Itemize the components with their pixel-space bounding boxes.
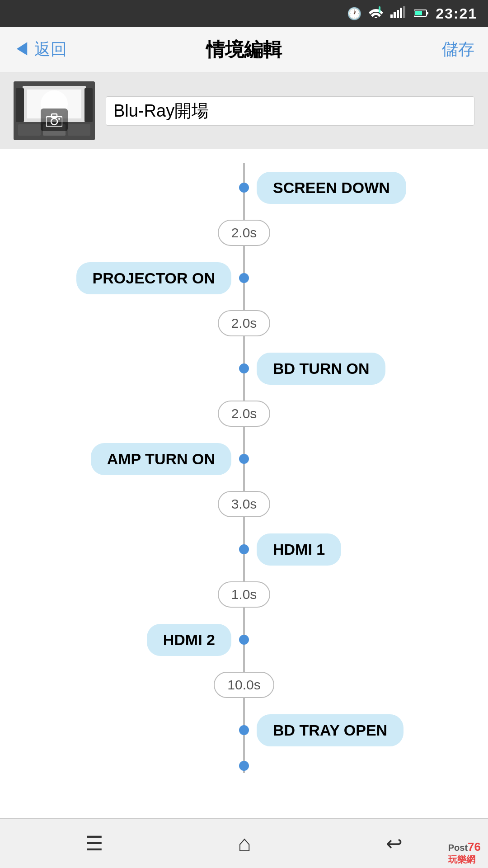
svg-rect-14	[16, 88, 24, 122]
svg-rect-16	[18, 124, 41, 136]
action-bubble-3[interactable]: PROJECTOR ON	[76, 262, 231, 294]
timeline-dot-5	[239, 363, 249, 373]
back-label: ◀ 返回	[14, 38, 67, 61]
delay-bubble-4[interactable]: 2.0s	[218, 310, 271, 336]
svg-rect-21	[52, 114, 57, 118]
svg-rect-5	[400, 8, 402, 18]
timeline-row-12[interactable]: 10.0s	[0, 665, 488, 705]
save-button[interactable]: 儲存	[442, 38, 474, 61]
timeline-row-2[interactable]: 2.0s	[0, 212, 488, 253]
timeline-dot-3	[239, 273, 249, 283]
back-button[interactable]: ◀ 返回	[14, 38, 67, 61]
svg-rect-1	[379, 6, 380, 13]
svg-rect-2	[390, 14, 393, 18]
svg-point-22	[58, 118, 60, 120]
svg-point-20	[51, 118, 57, 125]
svg-rect-9	[415, 11, 422, 15]
watermark-prefix: Post	[448, 843, 468, 853]
timeline-row-10[interactable]: 1.0s	[0, 574, 488, 615]
delay-bubble-6[interactable]: 2.0s	[218, 401, 271, 427]
delay-bubble-8[interactable]: 3.0s	[218, 491, 271, 517]
bottom-nav: ☰ ⌂ ↩ Post76玩樂網	[0, 818, 488, 868]
svg-rect-3	[394, 12, 396, 18]
timeline: SCREEN DOWN2.0sPROJECTOR ON2.0sBD TURN O…	[0, 163, 488, 800]
status-bar: 🕐 23:21	[0, 0, 488, 27]
scenario-name-input[interactable]	[106, 96, 474, 126]
action-bubble-7[interactable]: AMP TURN ON	[91, 443, 231, 475]
timeline-row-6[interactable]: 2.0s	[0, 393, 488, 434]
camera-icon	[41, 108, 68, 131]
home-button[interactable]: ⌂	[238, 830, 251, 857]
timeline-row-9[interactable]: HDMI 1	[0, 524, 488, 574]
clock-icon: 🕐	[347, 7, 361, 21]
timeline-row-4[interactable]: 2.0s	[0, 303, 488, 344]
delay-bubble-12[interactable]: 10.0s	[214, 672, 274, 698]
timeline-row-3[interactable]: PROJECTOR ON	[0, 253, 488, 303]
timeline-dot-7	[239, 454, 249, 464]
timeline-area: SCREEN DOWN2.0sPROJECTOR ON2.0sBD TURN O…	[0, 149, 488, 818]
action-bubble-11[interactable]: HDMI 2	[147, 624, 231, 656]
svg-rect-18	[68, 124, 90, 136]
action-bubble-9[interactable]: HDMI 1	[257, 533, 341, 566]
menu-button[interactable]: ☰	[85, 832, 103, 855]
battery-icon	[414, 7, 428, 21]
delay-bubble-2[interactable]: 2.0s	[218, 220, 271, 246]
camera-svg	[46, 113, 62, 127]
watermark-suffix: 玩樂網	[448, 854, 475, 864]
timeline-row-13[interactable]: BD TRAY OPEN	[0, 705, 488, 755]
action-bubble-13[interactable]: BD TRAY OPEN	[257, 714, 404, 746]
action-bubble-5[interactable]: BD TURN ON	[257, 353, 385, 385]
svg-rect-15	[84, 88, 93, 122]
svg-point-0	[375, 17, 377, 18]
timeline-dot-13	[239, 725, 249, 735]
watermark-number: 76	[468, 840, 481, 854]
time-display: 23:21	[436, 5, 477, 22]
delay-bubble-10[interactable]: 1.0s	[218, 581, 271, 608]
action-bubble-1[interactable]: SCREEN DOWN	[257, 172, 406, 204]
timeline-row-7[interactable]: AMP TURN ON	[0, 434, 488, 484]
watermark: Post76玩樂網	[446, 839, 483, 866]
signal-icon	[390, 6, 407, 21]
timeline-dot-1	[239, 183, 249, 193]
timeline-dot-11	[239, 635, 249, 645]
page-title: 情境編輯	[206, 37, 282, 62]
wifi-icon	[369, 6, 383, 21]
timeline-row-5[interactable]: BD TURN ON	[0, 344, 488, 393]
svg-rect-6	[403, 6, 405, 18]
timeline-row-11[interactable]: HDMI 2	[0, 615, 488, 665]
svg-rect-8	[427, 12, 428, 14]
back-nav-button[interactable]: ↩	[386, 832, 403, 855]
svg-rect-4	[397, 10, 399, 18]
timeline-row-1[interactable]: SCREEN DOWN	[0, 163, 488, 212]
scenario-info	[0, 72, 488, 149]
timeline-row-8[interactable]: 3.0s	[0, 484, 488, 524]
scenario-thumbnail[interactable]	[14, 81, 95, 140]
timeline-dot-9	[239, 544, 249, 554]
header: ◀ 返回 情境編輯 儲存	[0, 27, 488, 72]
